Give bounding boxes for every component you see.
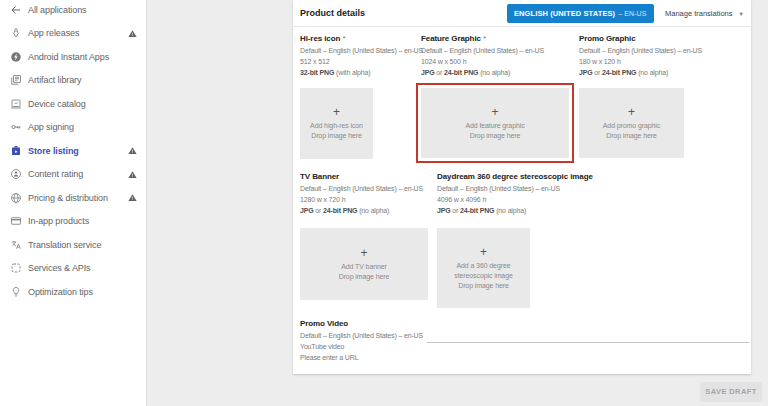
asset-format: JPG or 24-bit PNG (no alpha) [300, 205, 423, 216]
sidebar-item-label: Optimization tips [28, 287, 93, 297]
main-content: Product details ENGLISH (UNITED STATES)–… [147, 0, 768, 406]
sidebar-item-label: Services & APIs [28, 263, 91, 273]
globe-icon [10, 192, 22, 204]
sidebar-item-label: Android Instant Apps [28, 52, 109, 62]
sidebar-item-label: App signing [28, 122, 74, 132]
sidebar-item-label: Pricing & distribution [28, 193, 108, 203]
asset-title: Promo Graphic [579, 34, 636, 43]
upload-dropzone-hi-res-icon[interactable]: + Add high-res icon Drop image here [300, 88, 373, 159]
url-hint-label: Please enter a URL [300, 352, 423, 363]
sidebar-nav-list: All applicationsApp releasesAndroid Inst… [0, 0, 146, 304]
plus-icon: + [628, 106, 635, 118]
chevron-down-icon: ▾ [740, 10, 743, 17]
sidebar-item-optimization-tips[interactable]: Optimization tips [0, 280, 146, 304]
asset-title: Daydream 360 degree stereoscopic image [437, 172, 593, 181]
plus-icon: + [480, 246, 487, 258]
content-rating-icon [10, 168, 22, 180]
translate-icon [10, 239, 22, 251]
upload-action-label: Add a 360 degree stereoscopic image [443, 261, 524, 281]
sidebar-item-label: Artifact library [28, 75, 81, 85]
sidebar-item-device-catalog[interactable]: Device catalog [0, 92, 146, 116]
sidebar-item-store-listing[interactable]: Store listing [0, 139, 146, 163]
youtube-video-label: YouTube video [300, 341, 423, 352]
asset-title: TV Banner [300, 172, 339, 181]
lightbulb-icon [10, 286, 22, 298]
section-tv-banner: TV Banner Default – English (United Stat… [300, 171, 423, 216]
asset-locale: Default – English (United States) – en-U… [300, 330, 423, 341]
upload-dropzone-feature-graphic[interactable]: + Add feature graphic Drop image here [421, 88, 569, 158]
warning-icon [128, 29, 137, 38]
upload-hint-label: Drop image here [339, 272, 390, 282]
section-feature-graphic: Feature Graphic * Default – English (Uni… [421, 33, 544, 78]
card-header: Product details ENGLISH (UNITED STATES)–… [293, 0, 751, 27]
sidebar-item-label: Store listing [28, 146, 79, 156]
asset-title: Promo Video [300, 319, 348, 328]
asset-locale: Default – English (United States) – en-U… [579, 45, 702, 56]
section-promo-video: Promo Video Default – English (United St… [300, 318, 423, 363]
asset-size: 1024 w x 500 h [421, 56, 544, 67]
language-code: – EN-US [618, 10, 646, 17]
sidebar-item-in-app-products[interactable]: In-app products [0, 210, 146, 234]
sidebar-item-android-instant-apps[interactable]: Android Instant Apps [0, 45, 146, 69]
sidebar-item-label: All applications [28, 5, 86, 15]
asset-format: JPG or 24-bit PNG (no alpha) [579, 67, 702, 78]
upload-action-label: Add feature graphic [465, 121, 524, 131]
plus-icon: + [360, 247, 367, 259]
sidebar-item-app-releases[interactable]: App releases [0, 22, 146, 46]
sidebar-item-pricing-distribution[interactable]: Pricing & distribution [0, 186, 146, 210]
asset-format: JPG or 24-bit PNG (no alpha) [421, 67, 544, 78]
section-promo-graphic: Promo Graphic Default – English (United … [579, 33, 702, 78]
rocket-icon [10, 27, 22, 39]
sidebar-item-label: Device catalog [28, 99, 86, 109]
upload-hint-label: Drop image here [458, 281, 509, 291]
upload-hint-label: Drop image here [606, 131, 657, 141]
asset-format: 32-bit PNG (with alpha) [300, 67, 423, 78]
back-arrow-icon [10, 4, 22, 16]
required-asterisk: * [342, 34, 345, 43]
upload-hint-label: Drop image here [470, 131, 521, 141]
asset-size: 4096 w x 4096 h [437, 194, 593, 205]
plus-icon: + [491, 106, 498, 118]
language-name: ENGLISH (UNITED STATES) [514, 9, 615, 18]
section-hi-res-icon: Hi-res icon * Default – English (United … [300, 33, 423, 78]
promo-video-url-input[interactable] [427, 330, 749, 343]
sidebar-item-artifact-library[interactable]: Artifact library [0, 69, 146, 93]
warning-icon [128, 146, 137, 155]
sidebar: All applicationsApp releasesAndroid Inst… [0, 0, 147, 406]
upload-dropzone-promo-graphic[interactable]: + Add promo graphic Drop image here [579, 88, 684, 158]
sidebar-item-label: Translation service [28, 240, 101, 250]
services-apis-icon [10, 262, 22, 274]
sidebar-item-all-applications[interactable]: All applications [0, 0, 146, 22]
upload-action-label: Add high-res icon [310, 121, 363, 131]
upload-dropzone-tv-banner[interactable]: + Add TV banner Drop image here [300, 228, 428, 300]
manage-translations-dropdown[interactable]: Manage translations▾ [665, 4, 743, 23]
save-draft-button[interactable]: SAVE DRAFT [700, 382, 762, 402]
section-daydream-image: Daydream 360 degree stereoscopic image D… [437, 171, 593, 216]
asset-title: Hi-res icon [300, 34, 340, 43]
sidebar-item-services-apis[interactable]: Services & APIs [0, 257, 146, 281]
asset-size: 1280 w x 720 h [300, 194, 423, 205]
asset-locale: Default – English (United States) – en-U… [437, 183, 593, 194]
asset-size: 512 x 512 [300, 56, 423, 67]
page-title: Product details [300, 0, 365, 26]
asset-format: JPG or 24-bit PNG (no alpha) [437, 205, 593, 216]
asset-locale: Default – English (United States) – en-U… [300, 45, 423, 56]
sidebar-item-app-signing[interactable]: App signing [0, 116, 146, 140]
sidebar-item-translation-service[interactable]: Translation service [0, 233, 146, 257]
upload-hint-label: Drop image here [311, 131, 362, 141]
language-selector-button[interactable]: ENGLISH (UNITED STATES)– EN-US [507, 4, 654, 23]
plus-icon: + [333, 106, 340, 118]
product-details-card: Product details ENGLISH (UNITED STATES)–… [293, 0, 751, 374]
asset-locale: Default – English (United States) – en-U… [300, 183, 423, 194]
upload-dropzone-daydream-image[interactable]: + Add a 360 degree stereoscopic image Dr… [437, 228, 530, 308]
sidebar-item-label: Content rating [28, 169, 83, 179]
upload-action-label: Add TV banner [341, 262, 387, 272]
instant-apps-icon [10, 51, 22, 63]
upload-action-label: Add promo graphic [603, 121, 660, 131]
card-icon [10, 215, 22, 227]
warning-icon [128, 170, 137, 179]
sidebar-item-content-rating[interactable]: Content rating [0, 163, 146, 187]
device-catalog-icon [10, 98, 22, 110]
manage-translations-label: Manage translations [665, 9, 733, 18]
warning-icon [128, 193, 137, 202]
